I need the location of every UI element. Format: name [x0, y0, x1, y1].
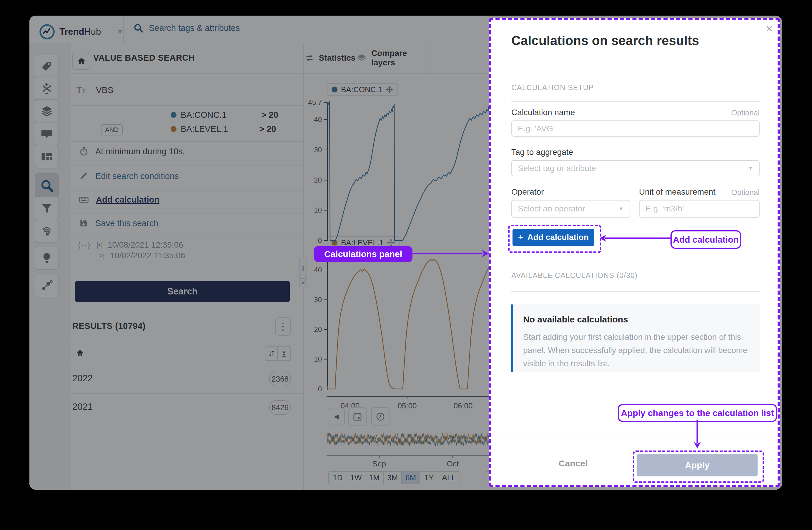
- empty-state-card: No available calculations Start adding y…: [511, 305, 760, 372]
- annotation-add-calculation: Add calculation: [670, 230, 741, 249]
- annotation-arrow-down: [692, 420, 702, 449]
- app-window: TrendHub ▼ VALUE BASED SEARCH TT: [29, 16, 782, 490]
- apply-button-label: Apply: [685, 460, 709, 470]
- close-icon[interactable]: ✕: [765, 23, 773, 34]
- unit-input[interactable]: [639, 200, 760, 218]
- section-label-available: AVAILABLE CALCULATIONS (0/30): [511, 271, 638, 280]
- field-label-unit: Unit of measurement: [639, 187, 715, 197]
- chevron-down-icon: ▼: [748, 165, 753, 171]
- calculation-name-input[interactable]: [511, 121, 760, 137]
- annotation-arrow-left: [599, 233, 670, 243]
- modal-title: Calculations on search results: [511, 33, 699, 48]
- footer-divider: [489, 440, 780, 440]
- plus-icon: +: [518, 232, 523, 242]
- optional-hint: Optional: [731, 108, 760, 117]
- annotation-apply-changes: Apply changes to the calculation list: [618, 404, 777, 422]
- cancel-button[interactable]: Cancel: [550, 458, 597, 469]
- operator-select[interactable]: Select an operator ▼: [511, 200, 630, 218]
- empty-state-title: No available calculations: [523, 315, 628, 324]
- add-calculation-button[interactable]: + Add calculation: [512, 229, 594, 246]
- field-label-operator: Operator: [511, 187, 544, 197]
- field-label-tag: Tag to aggregate: [511, 148, 573, 157]
- field-label-name: Calculation name: [511, 108, 575, 117]
- divider: [511, 291, 760, 292]
- tag-select[interactable]: Select tag or attribute ▼: [511, 160, 760, 176]
- annotation-arrow-right: [411, 248, 490, 259]
- apply-button[interactable]: Apply: [637, 454, 757, 476]
- divider: [511, 101, 760, 102]
- chevron-down-icon: ▼: [619, 206, 624, 212]
- section-label-setup: CALCULATION SETUP: [511, 83, 594, 92]
- optional-hint: Optional: [731, 188, 760, 197]
- tag-select-placeholder: Select tag or attribute: [518, 164, 596, 173]
- annotation-calculations-panel: Calculations panel: [314, 246, 412, 262]
- calculations-modal: ✕ Calculations on search results CALCULA…: [489, 18, 780, 487]
- add-calculation-button-label: Add calculation: [527, 233, 589, 242]
- operator-select-placeholder: Select an operator: [518, 204, 585, 213]
- empty-state-body: Start adding your first calculation in t…: [523, 330, 748, 370]
